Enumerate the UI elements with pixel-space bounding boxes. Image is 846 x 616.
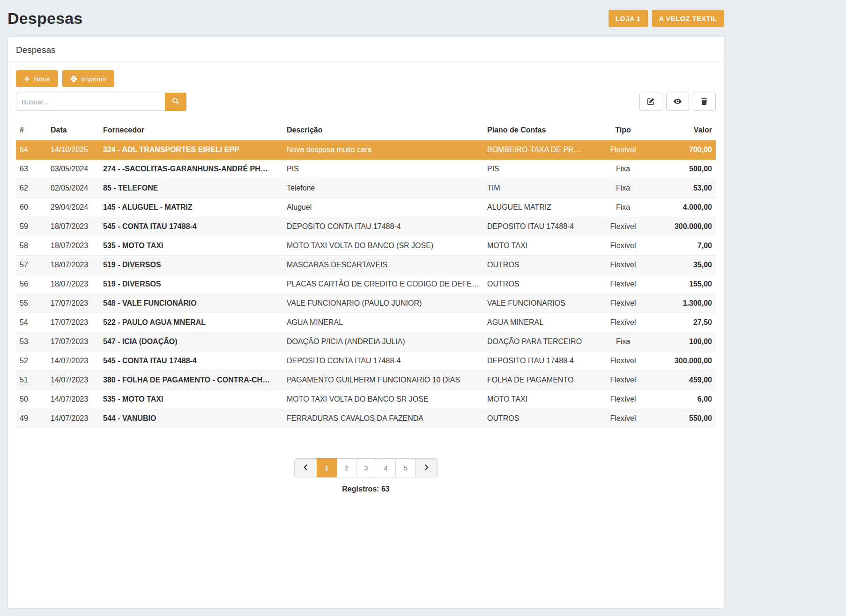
edit-button[interactable] — [639, 93, 662, 111]
cell-descricao: DEPOSITO CONTA ITAU 17488-4 — [283, 217, 483, 236]
nova-button[interactable]: Nova — [16, 70, 58, 87]
cell-data: 18/07/2023 — [47, 217, 99, 236]
edit-icon — [647, 97, 655, 107]
cell-id: 51 — [16, 371, 47, 390]
cell-valor: 4.000,00 — [646, 198, 716, 217]
company-button[interactable]: A VELOZ TEXTIL — [652, 10, 724, 27]
pagination-page-5[interactable]: 5 — [395, 458, 416, 477]
cell-fornecedor: 548 - VALE FUNCIONÁRIO — [99, 294, 283, 313]
imprimir-button[interactable]: Imprimir — [62, 70, 114, 87]
delete-button[interactable] — [693, 93, 716, 111]
cell-descricao: AGUA MINERAL — [283, 313, 483, 332]
card-title: Despesas — [8, 37, 724, 62]
cell-data: 14/07/2023 — [47, 390, 99, 409]
search-button[interactable] — [165, 93, 186, 111]
cell-fornecedor: 85 - TELEFONE — [99, 179, 283, 198]
cell-id: 63 — [16, 160, 47, 179]
cell-descricao: MOTO TAXI VOLTA DO BANCO (SR JOSE) — [283, 236, 483, 256]
table-row[interactable]: 5417/07/2023522 - PAULO AGUA MNERALAGUA … — [16, 313, 716, 332]
store-button[interactable]: LOJA 1 — [609, 10, 648, 27]
cell-data: 18/07/2023 — [47, 236, 99, 256]
table-row[interactable]: 6029/04/2024145 - ALUGUEL - MATRIZAlugue… — [16, 198, 716, 217]
table-row[interactable]: 5517/07/2023548 - VALE FUNCIONÁRIOVALE F… — [16, 294, 716, 313]
cell-data: 18/07/2023 — [47, 275, 99, 294]
cell-tipo: Flexível — [600, 217, 646, 236]
cell-tipo: Flexível — [600, 275, 646, 294]
cell-plano: OUTROS — [483, 275, 600, 294]
cell-id: 60 — [16, 198, 47, 217]
pagination-page-2[interactable]: 2 — [336, 458, 356, 477]
cell-data: 14/07/2023 — [47, 409, 99, 428]
cell-valor: 35,00 — [646, 256, 716, 275]
table-row[interactable]: 5818/07/2023535 - MOTO TAXIMOTO TAXI VOL… — [16, 236, 716, 256]
cell-valor: 100,00 — [646, 332, 716, 352]
cell-plano: FOLHA DE PAGAMENTO — [483, 371, 600, 390]
cell-plano: PIS — [483, 160, 600, 179]
cell-fornecedor: 535 - MOTO TAXI — [99, 390, 283, 409]
column-header-fornecedor[interactable]: Fornecedor — [99, 121, 283, 140]
cell-tipo: Flexível — [600, 371, 646, 390]
table-row[interactable]: 6202/05/202485 - TELEFONETelefoneTIMFixa… — [16, 179, 716, 198]
cell-valor: 300.000,00 — [646, 352, 716, 371]
column-header-plano[interactable]: Plano de Contas — [483, 121, 600, 140]
table-row[interactable]: 5718/07/2023519 - DIVERSOSMASCARAS DESCA… — [16, 256, 716, 275]
cell-data: 18/07/2023 — [47, 256, 99, 275]
search-input[interactable] — [16, 93, 165, 111]
chevron-left-icon — [303, 464, 309, 472]
table-row[interactable]: 4914/07/2023544 - VANUBIOFERRADURAS CAVA… — [16, 409, 716, 428]
action-row: Nova Imprimir — [16, 70, 716, 87]
cell-valor: 459,00 — [646, 371, 716, 390]
cell-id: 62 — [16, 179, 47, 198]
pagination-page-1[interactable]: 1 — [317, 458, 337, 477]
cell-tipo: Fixa — [600, 198, 646, 217]
table-row[interactable]: 5317/07/2023547 - ICIA (DOAÇÃO)DOAÇÃO P/… — [16, 332, 716, 352]
cell-fornecedor: 274 - -SACOLITAS-GARANHUNS-ANDRÉ PH… — [99, 160, 283, 179]
page: Despesas LOJA 1 A VELOZ TEXTIL Despesas … — [0, 0, 846, 616]
cell-id: 56 — [16, 275, 47, 294]
column-header-valor[interactable]: Valor — [646, 121, 716, 140]
cell-tipo: Flexível — [600, 313, 646, 332]
trash-icon — [701, 97, 708, 107]
cell-tipo: Flexível — [600, 256, 646, 275]
cell-fornecedor: 380 - FOLHA DE PAGAMENTO - CONTRA-CH… — [99, 371, 283, 390]
table-row[interactable]: 5114/07/2023380 - FOLHA DE PAGAMENTO - C… — [16, 371, 716, 390]
table-row[interactable]: 5014/07/2023535 - MOTO TAXIMOTO TAXI VOL… — [16, 390, 716, 409]
chevron-right-icon — [423, 464, 430, 472]
cell-fornecedor: 547 - ICIA (DOAÇÃO) — [99, 332, 283, 352]
table-row[interactable]: 6303/05/2024274 - -SACOLITAS-GARANHUNS-A… — [16, 160, 716, 179]
cell-id: 58 — [16, 236, 47, 256]
cell-fornecedor: 522 - PAULO AGUA MNERAL — [99, 313, 283, 332]
cell-descricao: FERRADURAS CAVALOS DA FAZENDA — [283, 409, 483, 428]
cell-tipo: Flexível — [600, 352, 646, 371]
eye-icon — [673, 97, 682, 107]
cell-tipo: Flexível — [600, 236, 646, 256]
cell-plano: MOTO TAXI — [483, 236, 600, 256]
cell-fornecedor: 545 - CONTA ITAU 17488-4 — [99, 352, 283, 371]
table-row[interactable]: 5214/07/2023545 - CONTA ITAU 17488-4DEPO… — [16, 352, 716, 371]
cell-id: 52 — [16, 352, 47, 371]
cell-id: 55 — [16, 294, 47, 313]
pagination-page-4[interactable]: 4 — [376, 458, 396, 477]
column-header-id[interactable]: # — [16, 121, 47, 140]
pagination-next-button[interactable] — [415, 458, 438, 477]
row-tool-buttons — [639, 93, 716, 111]
column-header-descricao[interactable]: Descrição — [283, 121, 483, 140]
cell-data: 14/07/2023 — [47, 371, 99, 390]
view-button[interactable] — [666, 93, 689, 111]
cell-descricao: DEPOSITO CONTA ITAU 17488-4 — [283, 352, 483, 371]
cell-fornecedor: 145 - ALUGUEL - MATRIZ — [99, 198, 283, 217]
table-row[interactable]: 6414/10/2025324 - ADL TRANSPORTES EIRELI… — [16, 140, 716, 160]
column-header-data[interactable]: Data — [47, 121, 99, 140]
table-row[interactable]: 5618/07/2023519 - DIVERSOSPLACAS CARTÃO … — [16, 275, 716, 294]
cell-id: 64 — [16, 140, 47, 160]
cell-data: 02/05/2024 — [47, 179, 99, 198]
cell-tipo: Flexível — [600, 140, 646, 160]
column-header-tipo[interactable]: Tipo — [600, 121, 646, 140]
table-header-row: # Data Fornecedor Descrição Plano de Con… — [16, 121, 716, 140]
cell-data: 14/10/2025 — [47, 140, 99, 160]
cell-fornecedor: 324 - ADL TRANSPORTES EIRELI EPP — [99, 140, 283, 160]
table-row[interactable]: 5918/07/2023545 - CONTA ITAU 17488-4DEPO… — [16, 217, 716, 236]
cell-descricao: DOAÇÃO P/ICIA (ANDREIA JULIA) — [283, 332, 483, 352]
pagination-page-3[interactable]: 3 — [356, 458, 376, 477]
pagination-prev-button[interactable] — [294, 458, 317, 477]
